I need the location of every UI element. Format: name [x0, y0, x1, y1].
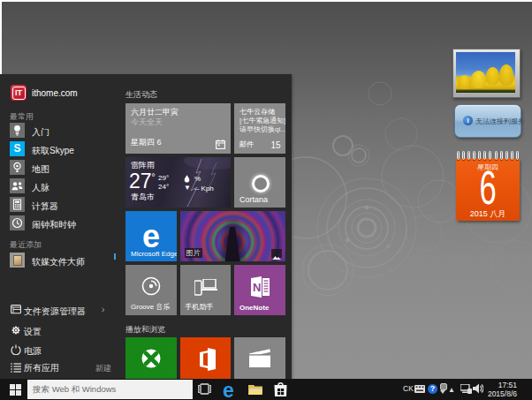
svg-text:N: N: [253, 281, 261, 294]
